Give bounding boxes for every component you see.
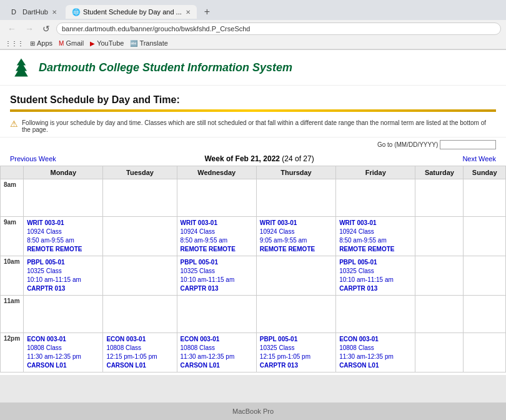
time-range: 10:10 am-11:15 am: [339, 276, 412, 284]
schedule-cell: PBPL 005-0110325 Class12:15 pm-1:05 pmCA…: [256, 333, 335, 372]
next-week-link[interactable]: Next Week: [462, 155, 496, 162]
tab-darthub-close[interactable]: ✕: [52, 9, 57, 16]
time-range: 11:30 am-12:35 pm: [339, 352, 412, 361]
bookmarks-bar: ⋮⋮⋮ ⊞ Apps M Gmail ▶ YouTube 🔤 Translate: [0, 38, 506, 49]
class-block: WRIT 003-0110924 Class8:50 am-9:55 amREM…: [27, 219, 99, 254]
schedule-cell: WRIT 003-0110924 Class8:50 am-9:55 amREM…: [177, 217, 256, 256]
course-id: PBPL 005-01: [339, 258, 412, 267]
schedule-cell: [464, 256, 506, 296]
location: CARPTR 013: [260, 361, 332, 370]
time-range: 11:30 am-12:35 pm: [27, 352, 99, 361]
dartmouth-logo: [10, 56, 32, 79]
table-row: 12pmECON 003-0110808 Class11:30 am-12:35…: [1, 333, 506, 372]
bookmark-gmail[interactable]: M Gmail: [59, 39, 84, 47]
class-block: WRIT 003-0110924 Class8:50 am-9:55 amREM…: [339, 219, 412, 254]
table-header-row: Monday Tuesday Wednesday Thursday Friday…: [1, 166, 506, 179]
notice-bar: ⚠ Following is your schedule by day and …: [0, 116, 506, 138]
schedule-cell: [103, 296, 177, 333]
schedule-tab-icon: 🌐: [72, 8, 79, 16]
week-label: Week of Feb 21, 2022 (24 of 27): [204, 154, 314, 163]
location: CARPTR 013: [181, 284, 253, 293]
class-number: 10924 Class: [27, 228, 99, 236]
svg-marker-0: [14, 59, 28, 77]
tab-schedule[interactable]: 🌐 Student Schedule by Day and ... ✕: [66, 5, 197, 19]
bookmark-apps[interactable]: ⊞ Apps: [30, 39, 52, 47]
forward-button[interactable]: →: [22, 22, 36, 35]
schedule-cell: [256, 179, 335, 217]
col-sunday: Sunday: [464, 166, 506, 179]
time-cell: 12pm: [1, 333, 24, 372]
schedule-cell: [177, 296, 256, 333]
bookmarks-label: ⋮⋮⋮: [5, 40, 24, 47]
schedule-cell: [256, 296, 335, 333]
tab-bar: D DartHub ✕ 🌐 Student Schedule by Day an…: [0, 0, 506, 20]
class-number: 10924 Class: [260, 228, 332, 236]
tab-darthub[interactable]: D DartHub ✕: [5, 5, 63, 19]
col-thursday: Thursday: [256, 166, 335, 179]
location: CARPTR 013: [339, 284, 412, 293]
page-content: Dartmouth College Student Information Sy…: [0, 50, 506, 375]
go-to-input[interactable]: [440, 140, 496, 149]
notice-text: Following is your schedule by day and ti…: [22, 119, 496, 133]
schedule-cell: [336, 179, 415, 217]
refresh-button[interactable]: ↺: [40, 22, 52, 35]
page-header-title: Dartmouth College Student Information Sy…: [39, 61, 292, 74]
col-saturday: Saturday: [415, 166, 464, 179]
time-range: 11:30 am-12:35 pm: [181, 352, 253, 361]
location: REMOTE REMOTE: [27, 245, 99, 254]
apps-icon: ⊞: [30, 40, 35, 47]
course-id: ECON 003-01: [106, 335, 173, 344]
class-block: PBPL 005-0110325 Class12:15 pm-1:05 pmCA…: [260, 335, 332, 370]
class-number: 10325 Class: [27, 267, 99, 276]
bookmark-youtube[interactable]: ▶ YouTube: [90, 39, 124, 47]
schedule-cell: WRIT 003-0110924 Class8:50 am-9:55 amREM…: [24, 217, 103, 256]
browser-chrome: D DartHub ✕ 🌐 Student Schedule by Day an…: [0, 0, 506, 50]
col-tuesday: Tuesday: [103, 166, 177, 179]
table-row: 10amPBPL 005-0110325 Class10:10 am-11:15…: [1, 256, 506, 296]
address-bar[interactable]: [56, 22, 501, 35]
time-cell: 11am: [1, 296, 24, 333]
class-block: ECON 003-0110808 Class11:30 am-12:35 pmC…: [339, 335, 412, 370]
schedule-cell: [415, 296, 464, 333]
table-row: 9amWRIT 003-0110924 Class8:50 am-9:55 am…: [1, 217, 506, 256]
location: CARSON L01: [27, 361, 99, 370]
schedule-cell: PBPL 005-0110325 Class10:10 am-11:15 amC…: [336, 256, 415, 296]
schedule-cell: [103, 256, 177, 296]
macbook-footer: MacBook Pro: [0, 402, 506, 420]
course-id: WRIT 003-01: [260, 219, 332, 228]
class-block: ECON 003-0110808 Class11:30 am-12:35 pmC…: [181, 335, 253, 370]
class-block: ECON 003-0110808 Class11:30 am-12:35 pmC…: [27, 335, 99, 370]
schedule-cell: [415, 256, 464, 296]
new-tab-button[interactable]: +: [199, 4, 215, 20]
course-id: PBPL 005-01: [181, 258, 253, 267]
time-range: 8:50 am-9:55 am: [27, 236, 99, 245]
back-button[interactable]: ←: [5, 22, 19, 35]
class-block: PBPL 005-0110325 Class10:10 am-11:15 amC…: [339, 258, 412, 293]
tab-schedule-close[interactable]: ✕: [186, 9, 191, 16]
time-range: 12:15 pm-1:05 pm: [260, 352, 332, 361]
schedule-cell: WRIT 003-0110924 Class8:50 am-9:55 amREM…: [336, 217, 415, 256]
schedule-cell: [24, 296, 103, 333]
section-title: Student Schedule by Day and Time:: [0, 86, 506, 109]
schedule-cell: ECON 003-0110808 Class12:15 pm-1:05 pmCA…: [103, 333, 177, 372]
prev-week-link[interactable]: Previous Week: [10, 155, 56, 162]
course-id: ECON 003-01: [181, 335, 253, 344]
course-id: ECON 003-01: [27, 335, 99, 344]
location: CARSON L01: [106, 361, 173, 370]
time-range: 12:15 pm-1:05 pm: [106, 352, 173, 361]
class-block: ECON 003-0110808 Class12:15 pm-1:05 pmCA…: [106, 335, 173, 370]
youtube-icon: ▶: [90, 40, 95, 47]
bookmark-translate[interactable]: 🔤 Translate: [130, 39, 167, 47]
schedule-cell: [24, 179, 103, 217]
time-range: 9:05 am-9:55 am: [260, 236, 332, 245]
class-number: 10325 Class: [260, 344, 332, 352]
time-cell: 10am: [1, 256, 24, 296]
tab-schedule-label: Student Schedule by Day and ...: [83, 8, 182, 16]
schedule-cell: [256, 256, 335, 296]
table-row: 11am: [1, 296, 506, 333]
schedule-cell: [103, 179, 177, 217]
bookmark-youtube-label: YouTube: [97, 39, 124, 47]
schedule-cell: [177, 179, 256, 217]
schedule-cell: ECON 003-0110808 Class11:30 am-12:35 pmC…: [336, 333, 415, 372]
time-range: 8:50 am-9:55 am: [181, 236, 253, 245]
